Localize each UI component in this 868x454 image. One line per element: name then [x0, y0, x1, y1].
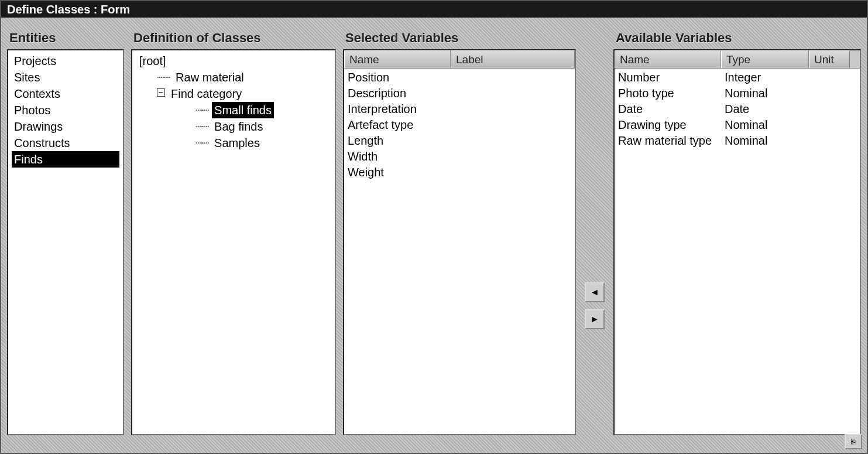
table-row[interactable]: Length	[348, 133, 571, 149]
cell-name: Interpretation	[348, 101, 454, 117]
available-vars-panel: Name Type Unit NumberIntegerPhoto typeNo…	[613, 49, 861, 435]
tree-node-label: Small finds	[212, 102, 274, 118]
available-vars-column: Available Variables Name Type Unit Numbe…	[613, 23, 861, 435]
tree-node[interactable]: ┈┈Samples	[137, 135, 330, 151]
cell-name: Artefact type	[348, 117, 454, 133]
table-row[interactable]: Photo typeNominal	[618, 86, 856, 101]
cell-name: Drawing type	[618, 117, 725, 133]
entities-item[interactable]: Contexts	[12, 86, 119, 102]
table-row[interactable]: Drawing typeNominal	[618, 117, 856, 133]
selected-vars-column: Selected Variables Name Label PositionDe…	[343, 23, 576, 435]
table-row[interactable]: Position	[348, 70, 571, 86]
table-row[interactable]: DateDate	[618, 101, 856, 117]
cell-name: Length	[348, 133, 454, 149]
cell-name: Position	[348, 70, 454, 86]
entities-item[interactable]: Sites	[12, 69, 119, 86]
cell-label	[454, 149, 571, 165]
entities-column: Entities ProjectsSitesContextsPhotosDraw…	[7, 23, 124, 435]
cell-type: Nominal	[725, 133, 812, 149]
available-col-type[interactable]: Type	[721, 50, 809, 68]
content-area: Entities ProjectsSitesContextsPhotosDraw…	[1, 18, 867, 453]
cell-name: Weight	[348, 165, 454, 180]
available-col-unit[interactable]: Unit	[809, 50, 850, 68]
available-vars-body[interactable]: NumberIntegerPhoto typeNominalDateDateDr…	[615, 69, 860, 150]
move-right-button[interactable]: ►	[585, 309, 605, 329]
tree-node[interactable]: ┈┈Bag finds	[137, 118, 330, 135]
move-left-button[interactable]: ◄	[585, 282, 605, 302]
entities-list[interactable]: ProjectsSitesContextsPhotosDrawingsConst…	[8, 50, 123, 170]
window: Define Classes : Form Entities ProjectsS…	[0, 0, 868, 454]
table-row[interactable]: Artefact type	[348, 117, 571, 133]
cell-unit	[812, 101, 853, 117]
table-row[interactable]: Raw material typeNominal	[618, 133, 856, 149]
window-titlebar: Define Classes : Form	[1, 1, 867, 18]
cell-unit	[812, 133, 853, 149]
cell-label	[454, 70, 571, 86]
tree-branch-icon: ┈┈	[195, 135, 208, 151]
tree-node-label: [root]	[137, 53, 169, 69]
cell-label	[454, 101, 571, 117]
cell-type: Date	[725, 101, 812, 117]
table-row[interactable]: Width	[348, 149, 571, 165]
exit-icon: ⎘	[851, 437, 856, 446]
available-col-name[interactable]: Name	[615, 50, 721, 68]
selected-vars-heading: Selected Variables	[343, 23, 576, 49]
cell-name: Raw material type	[618, 133, 725, 149]
tree-expander-icon[interactable]: −	[157, 88, 165, 97]
available-vars-header: Name Type Unit	[615, 50, 860, 69]
table-row[interactable]: Weight	[348, 165, 571, 180]
tree-branch-icon: ┈┈	[195, 102, 208, 118]
tree-node[interactable]: ┈┈Small finds	[137, 102, 330, 118]
cell-label	[454, 86, 571, 101]
selected-vars-body[interactable]: PositionDescriptionInterpretationArtefac…	[344, 69, 575, 182]
cell-type: Nominal	[725, 86, 812, 101]
available-vars-heading: Available Variables	[613, 23, 861, 49]
cell-name: Photo type	[618, 86, 725, 101]
class-tree[interactable]: [root]┈┈Raw material−Find category┈┈Smal…	[132, 50, 335, 153]
entities-panel: ProjectsSitesContextsPhotosDrawingsConst…	[7, 49, 124, 435]
entities-item[interactable]: Drawings	[12, 118, 119, 135]
cell-type: Integer	[725, 70, 812, 86]
tree-node[interactable]: ┈┈Raw material	[137, 69, 330, 86]
tree-root[interactable]: [root]	[137, 53, 330, 69]
selected-vars-panel: Name Label PositionDescriptionInterpreta…	[343, 49, 576, 435]
classes-heading: Definition of Classes	[131, 23, 336, 49]
selected-col-label[interactable]: Label	[451, 50, 575, 68]
entities-heading: Entities	[7, 23, 124, 49]
table-row[interactable]: Description	[348, 86, 571, 101]
cell-label	[454, 117, 571, 133]
window-title: Define Classes : Form	[7, 3, 130, 16]
cell-unit	[812, 86, 853, 101]
arrow-right-icon: ►	[590, 314, 599, 325]
tree-node-label: Raw material	[173, 69, 246, 86]
entities-item[interactable]: Finds	[12, 151, 119, 168]
exit-button[interactable]: ⎘	[845, 434, 862, 449]
move-buttons-column: ◄ ►	[583, 23, 606, 435]
cell-name: Number	[618, 70, 725, 86]
cell-type: Nominal	[725, 117, 812, 133]
tree-node-label: Samples	[212, 135, 262, 151]
tree-branch-icon: ┈┈	[157, 69, 170, 86]
tree-node-label: Find category	[169, 86, 244, 102]
cell-label	[454, 133, 571, 149]
tree-node[interactable]: −Find category	[137, 86, 330, 102]
cell-unit	[812, 117, 853, 133]
arrow-left-icon: ◄	[590, 287, 599, 298]
classes-column: Definition of Classes [root]┈┈Raw materi…	[131, 23, 336, 435]
cell-label	[454, 165, 571, 180]
entities-item[interactable]: Projects	[12, 53, 119, 69]
cell-unit	[812, 70, 853, 86]
cell-name: Width	[348, 149, 454, 165]
classes-panel: [root]┈┈Raw material−Find category┈┈Smal…	[131, 49, 336, 435]
table-row[interactable]: NumberInteger	[618, 70, 856, 86]
tree-branch-icon: ┈┈	[195, 118, 208, 135]
entities-item[interactable]: Photos	[12, 102, 119, 118]
table-row[interactable]: Interpretation	[348, 101, 571, 117]
tree-node-label: Bag finds	[212, 118, 265, 135]
selected-vars-header: Name Label	[344, 50, 575, 69]
entities-item[interactable]: Constructs	[12, 135, 119, 151]
cell-name: Description	[348, 86, 454, 101]
selected-col-name[interactable]: Name	[344, 50, 451, 68]
cell-name: Date	[618, 101, 725, 117]
